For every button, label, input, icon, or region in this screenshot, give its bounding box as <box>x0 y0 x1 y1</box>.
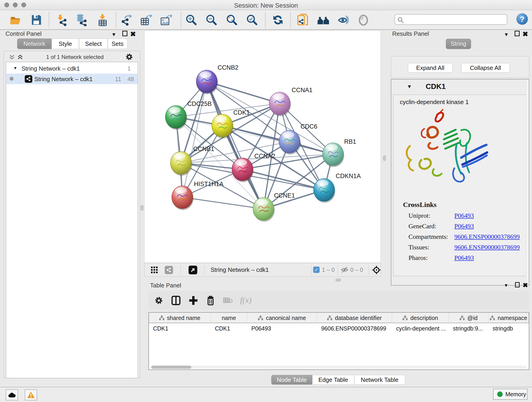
home-icon[interactable] <box>317 14 329 26</box>
string-view-icon[interactable] <box>165 266 173 274</box>
collection-expand-icon[interactable]: ▼ <box>13 66 17 70</box>
import-network-icon[interactable] <box>56 14 68 26</box>
gene-collapse-icon[interactable]: ▼ <box>407 84 412 89</box>
table-options-gear-icon[interactable] <box>154 296 163 305</box>
results-panel-close-icon[interactable]: ✖ <box>522 30 528 38</box>
zoom-fit-icon[interactable] <box>226 14 238 26</box>
open-in-new-window-icon[interactable] <box>189 266 197 274</box>
preview-eye-icon[interactable] <box>357 14 370 26</box>
hide-panels-eye-icon[interactable] <box>337 14 350 26</box>
network-node-CDKN1A[interactable] <box>314 179 336 203</box>
table-horizontal-scrollbar[interactable] <box>151 366 526 369</box>
network-options-gear-icon[interactable] <box>125 53 133 61</box>
left-splitter-handle[interactable] <box>141 205 143 211</box>
network-node-CCNA2[interactable] <box>232 158 254 182</box>
column-header[interactable]: canonical name <box>247 313 317 323</box>
expand-all-chevron-icon[interactable] <box>17 54 23 60</box>
collapse-all-chevron-icon[interactable] <box>9 54 15 60</box>
export-image-icon[interactable] <box>160 14 172 26</box>
table-cell[interactable]: P06493 <box>247 324 317 334</box>
show-columns-icon[interactable] <box>171 296 181 305</box>
network-node-RB1[interactable] <box>322 143 344 167</box>
control-panel-collapse-icon[interactable]: ▼ <box>111 32 116 38</box>
column-header[interactable]: name <box>211 313 247 323</box>
control-panel-float-icon[interactable] <box>122 31 127 36</box>
selected-checkbox-icon[interactable]: ✓ <box>313 267 320 273</box>
expand-all-button[interactable]: Expand All <box>408 63 453 73</box>
collapse-all-button[interactable]: Collapse All <box>461 63 510 73</box>
export-network-icon[interactable] <box>120 14 133 26</box>
column-header[interactable]: @id <box>449 313 488 323</box>
table-row[interactable]: CDK1CDK1P064939606.ENSP00000378699cyclin… <box>149 324 529 334</box>
search-input[interactable] <box>394 14 507 25</box>
table-cell[interactable]: stringdb <box>488 324 529 334</box>
tab-node-table[interactable]: Node Table <box>271 375 312 385</box>
results-scrollbar[interactable] <box>526 80 529 285</box>
table-cell[interactable]: cyclin-dependent ... <box>392 324 449 334</box>
bottom-splitter-handle[interactable] <box>336 279 341 281</box>
results-panel-float-icon[interactable] <box>515 31 520 36</box>
zoom-selected-icon[interactable] <box>246 14 258 26</box>
tab-network-table[interactable]: Network Table <box>354 375 405 385</box>
import-database-icon[interactable] <box>75 14 88 26</box>
memory-button[interactable]: Memory <box>493 389 527 400</box>
cloud-status-button[interactable] <box>6 389 18 400</box>
network-node-HIST1H1A[interactable] <box>172 186 194 210</box>
table-cell[interactable]: 9606.ENSP00000378699 <box>317 324 392 334</box>
import-table-icon[interactable] <box>96 14 109 26</box>
zoom-out-icon[interactable] <box>205 14 218 26</box>
column-label: description <box>410 315 438 321</box>
delete-column-icon[interactable] <box>206 295 215 306</box>
refresh-icon[interactable] <box>272 14 284 26</box>
network-canvas[interactable]: CCNB2CCNA1CDC25BCDK1CDC6RB1CCNB1CCNA2CDK… <box>144 31 381 263</box>
tab-sets[interactable]: Sets <box>108 38 127 49</box>
tab-style[interactable]: Style <box>51 38 79 49</box>
network-label: String Network – cdk1 <box>34 76 93 83</box>
column-header[interactable]: namespace <box>488 313 529 323</box>
crosslink-label: Tissues: <box>409 244 454 251</box>
tab-string[interactable]: String <box>446 39 471 49</box>
scrollbar-thumb[interactable] <box>151 366 191 369</box>
column-header[interactable]: shared name <box>149 313 211 323</box>
export-table-icon[interactable] <box>140 14 152 26</box>
title-bar: Session: New Session <box>0 0 532 10</box>
table-cell[interactable]: CDK1 <box>211 324 247 334</box>
table-cell[interactable]: CDK1 <box>149 324 211 334</box>
table-panel-float-icon[interactable] <box>515 282 520 287</box>
network-collection-row[interactable]: ▼ String Network – cdk1 1 <box>6 63 138 74</box>
control-panel-close-icon[interactable]: ✖ <box>130 30 136 38</box>
right-splitter-handle[interactable] <box>383 155 386 161</box>
help-button[interactable]: ? <box>516 13 528 25</box>
share-document-icon[interactable] <box>297 14 309 26</box>
network-row-selected[interactable]: String Network – cdk1 11 48 <box>6 74 138 84</box>
table-panel-close-icon[interactable]: ✖ <box>523 281 528 289</box>
crosslink-link[interactable]: P06493 <box>454 212 474 219</box>
crosslink-link[interactable]: 9606.ENSP00000378699 <box>454 233 520 240</box>
network-node-CCNE1[interactable] <box>253 198 275 222</box>
table-panel-collapse-icon[interactable]: ▼ <box>504 283 508 288</box>
node-table[interactable]: shared namenamecanonical namedatabase id… <box>148 312 529 370</box>
crosslink-link[interactable]: P06493 <box>454 254 474 262</box>
crosslink-link[interactable]: P06493 <box>454 223 474 230</box>
network-node-CCNB2[interactable] <box>196 70 218 95</box>
tab-network[interactable]: Network <box>17 38 51 49</box>
node-label-HIST1H1A: HIST1H1A <box>194 181 224 187</box>
open-session-icon[interactable] <box>9 14 22 26</box>
tab-edge-table[interactable]: Edge Table <box>312 375 354 385</box>
add-column-icon[interactable] <box>189 296 198 305</box>
results-panel-collapse-icon[interactable]: ▼ <box>504 32 509 38</box>
network-node-CCNA1[interactable] <box>269 92 291 116</box>
crosslink-link[interactable]: 9606.ENSP00000378699 <box>454 244 520 251</box>
birds-eye-crosshair-icon[interactable] <box>372 265 381 274</box>
save-session-icon[interactable] <box>30 14 42 26</box>
hidden-eye-icon[interactable] <box>341 267 348 273</box>
grid-view-icon[interactable] <box>151 267 158 274</box>
network-node-CDK1[interactable] <box>212 114 234 138</box>
column-header[interactable]: description <box>392 313 449 323</box>
network-node-CDC25B[interactable] <box>165 105 187 130</box>
warnings-button[interactable] <box>25 389 37 400</box>
zoom-in-icon[interactable] <box>185 14 197 26</box>
table-cell[interactable]: stringdb:9... <box>449 324 488 334</box>
tab-select[interactable]: Select <box>79 38 108 49</box>
column-header[interactable]: database identifier <box>317 313 392 323</box>
